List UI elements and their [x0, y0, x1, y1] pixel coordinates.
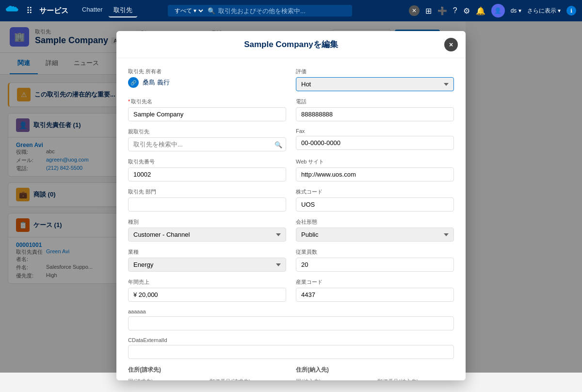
dept-stock-row: 取引先 部門 株式コード — [128, 188, 454, 212]
annual-revenue-group: 年間売上 — [128, 278, 286, 302]
phone-label: 電話 — [296, 98, 454, 105]
type-label: 種別 — [128, 218, 286, 226]
expand-icon[interactable]: ⊞ — [425, 6, 432, 16]
shipping-country-postal-row: 国(納入先) 郵便番号(納入先) — [296, 378, 454, 380]
employees-input[interactable] — [296, 258, 454, 272]
top-navigation: ⠿ サービス Chatter 取引先 すべて ▾ 🔍 ✕ ⊞ ➕ ? ⚙ 🔔 👤… — [0, 0, 582, 21]
search-input[interactable] — [218, 7, 347, 15]
modal-header: Sample Companyを編集 × — [116, 31, 466, 58]
owner-label: 取引先 所有者 — [128, 68, 286, 75]
phone-input[interactable] — [296, 107, 454, 121]
parent-search-wrapper: 🔍 — [128, 137, 286, 151]
custom1-group: aaaaaa — [128, 309, 454, 330]
shipping-postal-label: 郵便番号(納入先) — [377, 378, 454, 380]
bell-icon[interactable]: 🔔 — [476, 6, 485, 16]
search-scope-select[interactable]: すべて ▾ — [173, 7, 205, 15]
right-btn-ds[interactable]: ds ▾ — [511, 7, 521, 14]
custom1-input[interactable] — [128, 316, 454, 330]
shipping-country-group: 国(納入先) — [296, 378, 372, 380]
shipping-country-label: 国(納入先) — [296, 378, 372, 380]
search-area: すべて ▾ 🔍 — [168, 5, 352, 16]
salesforce-logo — [6, 3, 21, 18]
fax-input[interactable] — [296, 136, 454, 150]
rating-select[interactable]: Hot Warm Cold — [296, 77, 454, 91]
employees-group: 従業員数 — [296, 248, 454, 272]
owner-rating-row: 取引先 所有者 🔗 桑島 義行 評価 Hot Warm Cold — [128, 68, 454, 91]
industry-select[interactable]: Energy Technology Finance — [128, 258, 286, 272]
billing-country-label: 国(請求先) — [128, 378, 205, 380]
settings-icon[interactable]: ⚙ — [463, 6, 470, 16]
owner-area: 🔗 桑島 義行 — [128, 77, 286, 88]
department-input[interactable] — [128, 197, 286, 212]
annual-revenue-input[interactable] — [128, 288, 286, 302]
stock-input[interactable] — [296, 197, 454, 212]
shipping-address-col: 住所(納入先) 国(納入先) 郵便番号(納入先) — [296, 366, 454, 380]
billing-country-group: 国(請求先) — [128, 378, 205, 380]
grid-icon[interactable]: ⠿ — [26, 5, 32, 16]
add-icon[interactable]: ➕ — [437, 6, 447, 16]
nav-links: Chatter 取引先 — [77, 4, 137, 17]
cdata-input[interactable] — [128, 345, 454, 359]
owner-group: 取引先 所有者 🔗 桑島 義行 — [128, 68, 286, 91]
modal-overlay: Sample Companyを編集 × 取引先 所有者 🔗 桑島 義行 評価 — [0, 21, 582, 373]
fax-label: Fax — [296, 128, 454, 134]
company-type-label: 会社形態 — [296, 218, 454, 226]
owner-name: 桑島 義行 — [143, 78, 170, 87]
department-group: 取引先 部門 — [128, 188, 286, 212]
help-icon[interactable]: ? — [453, 6, 457, 15]
parent-account-group: 親取引先 🔍 — [128, 128, 286, 151]
industry-group: 業種 Energy Technology Finance — [128, 248, 286, 272]
type-companytype-row: 種別 Customer - Channel Customer - Direct … — [128, 218, 454, 242]
annual-revenue-label: 年間売上 — [128, 278, 286, 286]
industry-code-input[interactable] — [296, 288, 454, 302]
industry-label: 業種 — [128, 248, 286, 256]
owner-avatar: 🔗 — [128, 77, 139, 88]
cdata-label: CDataExternalId — [128, 337, 454, 343]
shipping-postal-group: 郵便番号(納入先) — [377, 378, 454, 380]
stock-group: 株式コード — [296, 188, 454, 212]
parent-fax-row: 親取引先 🔍 Fax — [128, 128, 454, 151]
custom1-label: aaaaaa — [128, 309, 454, 314]
billing-address-title: 住所(請求先) — [128, 366, 286, 374]
department-label: 取引先 部門 — [128, 188, 286, 196]
account-number-group: 取引先番号 — [128, 158, 286, 181]
fax-group: Fax — [296, 128, 454, 151]
employees-label: 従業員数 — [296, 248, 454, 256]
nav-accounts[interactable]: 取引先 — [109, 4, 137, 17]
parent-account-label: 親取引先 — [128, 128, 286, 135]
type-group: 種別 Customer - Channel Customer - Direct … — [128, 218, 286, 242]
type-select[interactable]: Customer - Channel Customer - Direct Oth… — [128, 228, 286, 242]
parent-account-input[interactable] — [128, 137, 286, 151]
number-website-row: 取引先番号 Web サイト — [128, 158, 454, 181]
website-input[interactable] — [296, 167, 454, 181]
rating-group: 評価 Hot Warm Cold — [296, 68, 454, 91]
company-type-select[interactable]: Public Private Other — [296, 228, 454, 242]
billing-postal-label: 郵便番号(請求先) — [210, 378, 286, 380]
close-x-icon[interactable]: ✕ — [409, 5, 420, 16]
billing-postal-group: 郵便番号(請求先) — [210, 378, 286, 380]
account-name-group: 取引先名 — [128, 98, 286, 121]
stock-label: 株式コード — [296, 188, 454, 196]
account-number-input[interactable] — [128, 167, 286, 181]
account-number-label: 取引先番号 — [128, 158, 286, 165]
close-button[interactable]: × — [444, 38, 458, 51]
modal-title: Sample Companyを編集 — [244, 39, 338, 50]
edit-modal: Sample Companyを編集 × 取引先 所有者 🔗 桑島 義行 評価 — [116, 31, 466, 380]
page-content: 🏢 取引先 Sample Company A 種別 Customer - Cha… — [0, 21, 582, 373]
industry-code-label: 産業コード — [296, 278, 454, 286]
sarani-btn[interactable]: さらに表示 ▾ — [527, 7, 561, 15]
industry-employees-row: 業種 Energy Technology Finance 従業員数 — [128, 248, 454, 272]
billing-country-postal-row: 国(請求先) 郵便番号(請求先) — [128, 378, 286, 380]
avatar[interactable]: 👤 — [491, 4, 505, 17]
website-group: Web サイト — [296, 158, 454, 181]
cdata-group: CDataExternalId — [128, 337, 454, 359]
info-icon: ℹ — [566, 6, 576, 16]
account-name-label: 取引先名 — [128, 98, 286, 105]
cdata-row: CDataExternalId — [128, 337, 454, 359]
account-name-input[interactable] — [128, 107, 286, 121]
top-right-icons: ✕ ⊞ ➕ ? ⚙ 🔔 👤 ds ▾ さらに表示 ▾ ℹ — [409, 4, 576, 17]
company-type-group: 会社形態 Public Private Other — [296, 218, 454, 242]
nav-chatter[interactable]: Chatter — [77, 4, 108, 17]
billing-address-col: 住所(請求先) 国(請求先) 郵便番号(請求先) — [128, 366, 286, 380]
revenue-code-row: 年間売上 産業コード — [128, 278, 454, 302]
